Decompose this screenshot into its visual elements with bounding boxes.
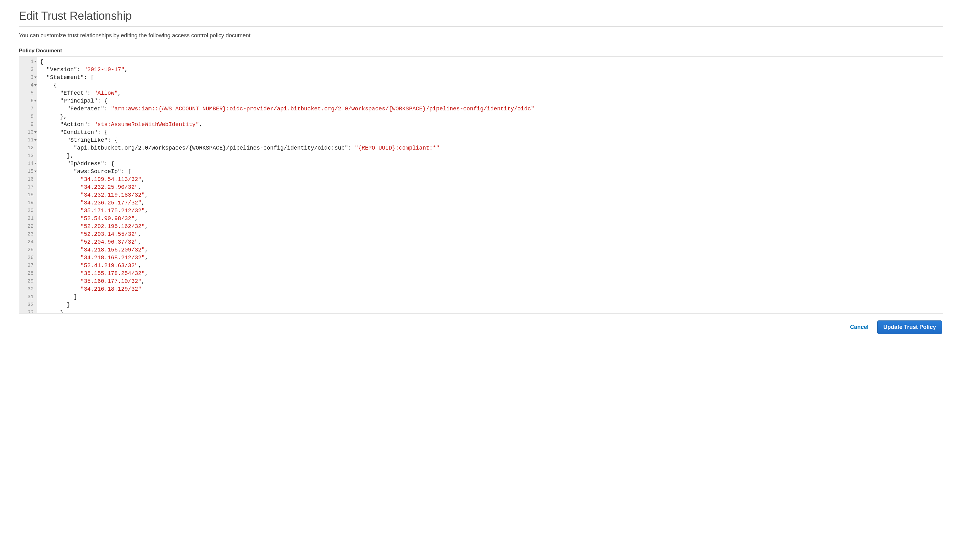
line-number: 31	[19, 293, 35, 301]
code-line[interactable]: "34.236.25.177/32",	[40, 199, 940, 207]
code-line[interactable]: "34.218.156.209/32",	[40, 246, 940, 254]
code-line[interactable]: "aws:SourceIp": [	[40, 168, 940, 176]
line-number: 5	[19, 89, 35, 97]
line-number: 27	[19, 262, 35, 270]
line-number: 30	[19, 285, 35, 293]
code-line[interactable]: "Principal": {	[40, 97, 940, 105]
footer-actions: Cancel Update Trust Policy	[19, 320, 943, 334]
line-number: 29	[19, 278, 35, 285]
line-number: 15	[19, 168, 35, 176]
line-number: 9	[19, 121, 35, 129]
page-title: Edit Trust Relationship	[19, 10, 943, 23]
line-number: 28	[19, 270, 35, 278]
code-line[interactable]: "35.160.177.10/32",	[40, 278, 940, 285]
cancel-button[interactable]: Cancel	[850, 324, 868, 331]
code-line[interactable]: "34.216.18.129/32"	[40, 285, 940, 293]
code-line[interactable]: ]	[40, 293, 940, 301]
code-line[interactable]: }	[40, 309, 940, 313]
line-number: 2	[19, 66, 35, 74]
line-number: 17	[19, 184, 35, 191]
page-subtitle: You can customize trust relationships by…	[19, 32, 943, 39]
line-number: 4	[19, 82, 35, 89]
line-number: 22	[19, 223, 35, 231]
line-number: 23	[19, 231, 35, 238]
line-number: 32	[19, 301, 35, 309]
code-line[interactable]: "IpAddress": {	[40, 160, 940, 168]
line-number: 3	[19, 74, 35, 82]
code-line[interactable]: },	[40, 152, 940, 160]
code-line[interactable]: "52.54.90.98/32",	[40, 215, 940, 223]
code-line[interactable]: "Condition": {	[40, 129, 940, 136]
line-number: 33	[19, 309, 35, 313]
line-number: 20	[19, 207, 35, 215]
code-line[interactable]: },	[40, 113, 940, 121]
line-number: 10	[19, 129, 35, 136]
line-number: 13	[19, 152, 35, 160]
code-line[interactable]: "Federated": "arn:aws:iam::{AWS_ACCOUNT_…	[40, 105, 940, 113]
code-line[interactable]: "52.202.195.162/32",	[40, 223, 940, 231]
line-number: 21	[19, 215, 35, 223]
code-line[interactable]: "34.199.54.113/32",	[40, 176, 940, 184]
code-line[interactable]: "Effect": "Allow",	[40, 89, 940, 97]
line-number: 12	[19, 144, 35, 152]
code-line[interactable]: "52.204.96.37/32",	[40, 238, 940, 246]
code-line[interactable]: }	[40, 301, 940, 309]
line-number: 11	[19, 136, 35, 144]
code-line[interactable]: "Version": "2012-10-17",	[40, 66, 940, 74]
line-number: 7	[19, 105, 35, 113]
code-line[interactable]: {	[40, 58, 940, 66]
line-number: 19	[19, 199, 35, 207]
line-number: 16	[19, 176, 35, 184]
line-number: 8	[19, 113, 35, 121]
code-line[interactable]: "52.41.219.63/32",	[40, 262, 940, 270]
editor-gutter: 1234567891011121314151617181920212223242…	[19, 57, 37, 313]
line-number: 1	[19, 58, 35, 66]
code-line[interactable]: "34.218.168.212/32",	[40, 254, 940, 262]
policy-editor[interactable]: 1234567891011121314151617181920212223242…	[19, 56, 943, 313]
code-line[interactable]: "52.203.14.55/32",	[40, 231, 940, 238]
divider	[19, 26, 943, 27]
update-trust-policy-button[interactable]: Update Trust Policy	[877, 320, 942, 334]
line-number: 6	[19, 97, 35, 105]
code-line[interactable]: "34.232.119.183/32",	[40, 191, 940, 199]
line-number: 14	[19, 160, 35, 168]
line-number: 18	[19, 191, 35, 199]
code-line[interactable]: "Statement": [	[40, 74, 940, 82]
code-line[interactable]: "api.bitbucket.org/2.0/workspaces/{WORKS…	[40, 144, 940, 152]
line-number: 24	[19, 238, 35, 246]
editor-code-area[interactable]: { "Version": "2012-10-17", "Statement": …	[37, 57, 943, 313]
code-line[interactable]: "StringLike": {	[40, 136, 940, 144]
line-number: 26	[19, 254, 35, 262]
code-line[interactable]: "34.232.25.90/32",	[40, 184, 940, 191]
code-line[interactable]: "35.171.175.212/32",	[40, 207, 940, 215]
code-line[interactable]: "Action": "sts:AssumeRoleWithWebIdentity…	[40, 121, 940, 129]
line-number: 25	[19, 246, 35, 254]
code-line[interactable]: {	[40, 82, 940, 89]
policy-document-label: Policy Document	[19, 48, 943, 54]
code-line[interactable]: "35.155.178.254/32",	[40, 270, 940, 278]
